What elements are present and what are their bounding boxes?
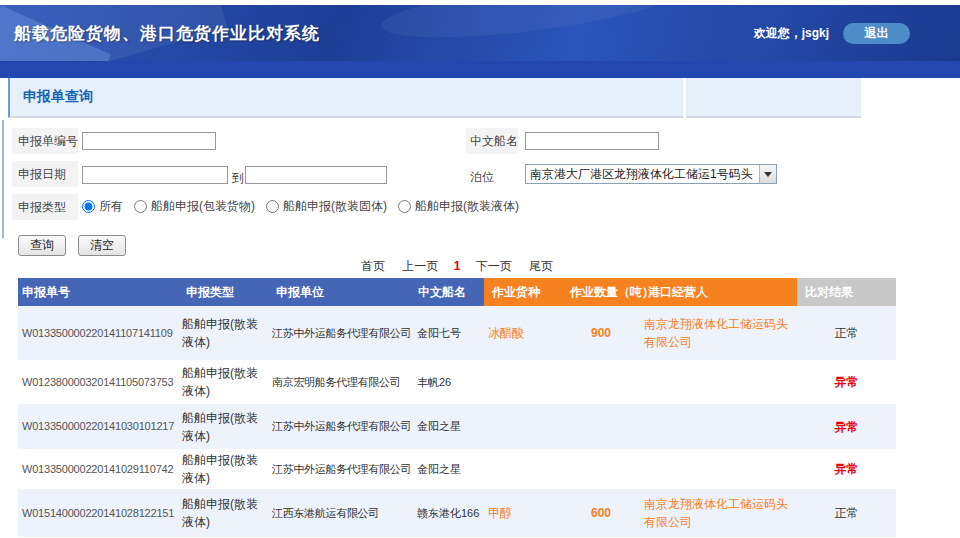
- page: 船载危险货物、港口危货作业比对系统 欢迎您，jsgkj 退出 申报单查询 申报单…: [0, 0, 960, 538]
- declaration-no-label: 申报单编号: [12, 128, 78, 154]
- cell-declare-type: 船舶申报(散装液体): [178, 449, 268, 489]
- cell-result: 异常: [797, 360, 896, 404]
- banner-decoration: [378, 5, 681, 49]
- radio-input[interactable]: [82, 200, 95, 213]
- cell-port-operator: 南京龙翔液体化工储运码头有限公司: [640, 489, 797, 537]
- pagination-next[interactable]: 下一页: [476, 259, 512, 273]
- col-header-result: 比对结果: [797, 278, 896, 306]
- cell-port-operator: [640, 360, 797, 404]
- table-header-row: 申报单号 申报类型 申报单位 中文船名 作业货种 作业数量（吨） 港口经营人 比…: [18, 278, 896, 306]
- cell-declare-type: 船舶申报(散装液体): [178, 306, 268, 360]
- radio-label: 所有: [99, 198, 123, 215]
- declare-type-options: 所有船舶申报(包装货物)船舶申报(散装固体)船舶申报(散装液体): [82, 198, 519, 215]
- tab-declaration-query[interactable]: 申报单查询: [8, 78, 683, 118]
- cell-declaration-no: W015140000220141028122151: [18, 489, 178, 537]
- pagination-prev[interactable]: 上一页: [402, 259, 438, 273]
- col-header-ship-name: 中文船名: [413, 278, 484, 306]
- cell-declare-type: 船舶申报(散装液体): [178, 489, 268, 537]
- logout-button[interactable]: 退出: [843, 23, 910, 44]
- cell-declare-unit: 江苏中外运船务代理有限公司: [268, 449, 413, 489]
- cell-ship-name: 金阳之星: [413, 404, 484, 449]
- cell-cargo-type: [484, 404, 562, 449]
- radio-input[interactable]: [398, 200, 411, 213]
- cell-declare-type: 船舶申报(散装液体): [178, 404, 268, 449]
- cell-declaration-no: W013350000220141107141109: [18, 306, 178, 360]
- date-from-input[interactable]: [82, 166, 228, 184]
- table-row: W013350000220141107141109船舶申报(散装液体)江苏中外运…: [18, 306, 896, 360]
- query-button[interactable]: 查询: [18, 235, 66, 256]
- col-header-declare-unit: 申报单位: [268, 278, 413, 306]
- declare-type-label: 申报类型: [12, 194, 78, 220]
- results-table: 申报单号 申报类型 申报单位 中文船名 作业货种 作业数量（吨） 港口经营人 比…: [18, 278, 896, 537]
- pagination-current-page: 1: [454, 259, 461, 273]
- col-header-declare-type: 申报类型: [178, 278, 268, 306]
- cell-quantity: [562, 449, 640, 489]
- cell-declaration-no: W013350000220141030101217: [18, 404, 178, 449]
- cell-declare-unit: 江西东港航运有限公司: [268, 489, 413, 537]
- date-to-input[interactable]: [245, 166, 387, 184]
- radio-label: 船舶申报(散装固体): [283, 198, 387, 215]
- tab-label: 申报单查询: [10, 88, 93, 106]
- app-header: 船载危险货物、港口危货作业比对系统 欢迎您，jsgkj 退出: [0, 5, 960, 61]
- col-header-declaration-no: 申报单号: [18, 278, 178, 306]
- nav-bar: [0, 61, 960, 78]
- declare-date-label: 申报日期: [12, 161, 78, 187]
- cell-quantity: [562, 404, 640, 449]
- cell-declare-unit: 江苏中外运船务代理有限公司: [268, 404, 413, 449]
- radio-input[interactable]: [134, 200, 147, 213]
- cell-result: 异常: [797, 449, 896, 489]
- cell-ship-name: 金阳之星: [413, 449, 484, 489]
- cell-ship-name: 丰帆26: [413, 360, 484, 404]
- radio-label: 船舶申报(包装货物): [151, 198, 255, 215]
- pagination: 首页 上一页 1 下一页 尾页: [18, 258, 896, 275]
- cell-declare-type: 船舶申报(散装液体): [178, 360, 268, 404]
- declare-type-option-0[interactable]: 所有: [82, 198, 123, 215]
- declaration-no-input[interactable]: [82, 132, 216, 150]
- cell-declaration-no: W012380000320141105073753: [18, 360, 178, 404]
- ship-name-label: 中文船名: [466, 128, 518, 154]
- radio-label: 船舶申报(散装液体): [415, 198, 519, 215]
- app-title: 船载危险货物、港口危货作业比对系统: [0, 22, 320, 45]
- cell-declare-unit: 江苏中外运船务代理有限公司: [268, 306, 413, 360]
- cell-cargo-type: [484, 449, 562, 489]
- cell-result: 正常: [797, 306, 896, 360]
- col-header-quantity: 作业数量（吨）: [562, 278, 640, 306]
- berth-label: 泊位: [470, 169, 494, 186]
- date-to-separator: 到: [232, 170, 244, 187]
- cell-result: 正常: [797, 489, 896, 537]
- table-row: W015140000220141028122151船舶申报(散装液体)江西东港航…: [18, 489, 896, 537]
- declare-type-option-3[interactable]: 船舶申报(散装液体): [398, 198, 519, 215]
- cell-declare-unit: 南京宏明船务代理有限公司: [268, 360, 413, 404]
- tab-band-secondary: [686, 78, 861, 118]
- pagination-first[interactable]: 首页: [361, 259, 385, 273]
- content-left-border: [2, 120, 4, 238]
- table-row: W013350000220141030101217船舶申报(散装液体)江苏中外运…: [18, 404, 896, 449]
- declare-type-option-2[interactable]: 船舶申报(散装固体): [266, 198, 387, 215]
- clear-button[interactable]: 清空: [78, 235, 126, 256]
- cell-ship-name: 赣东港化166: [413, 489, 484, 537]
- chevron-down-icon[interactable]: [759, 165, 776, 183]
- cell-cargo-type: 甲醇: [484, 489, 562, 537]
- pagination-last[interactable]: 尾页: [529, 259, 553, 273]
- radio-input[interactable]: [266, 200, 279, 213]
- cell-result: 异常: [797, 404, 896, 449]
- cell-declaration-no: W013350000220141029110742: [18, 449, 178, 489]
- cell-cargo-type: [484, 360, 562, 404]
- results-table-body: W013350000220141107141109船舶申报(散装液体)江苏中外运…: [18, 306, 896, 537]
- berth-selected-value: 南京港大厂港区龙翔液体化工储运1号码头: [526, 166, 759, 183]
- cell-port-operator: [640, 404, 797, 449]
- table-row: W012380000320141105073753船舶申报(散装液体)南京宏明船…: [18, 360, 896, 404]
- ship-name-input[interactable]: [525, 132, 659, 150]
- col-header-cargo-type: 作业货种: [484, 278, 562, 306]
- cell-cargo-type: 冰醋酸: [484, 306, 562, 360]
- welcome-text: 欢迎您，jsgkj: [754, 25, 829, 42]
- col-header-port-operator: 港口经营人: [640, 278, 797, 306]
- cell-quantity: [562, 360, 640, 404]
- cell-quantity: 900: [562, 306, 640, 360]
- cell-port-operator: 南京龙翔液体化工储运码头有限公司: [640, 306, 797, 360]
- declare-type-option-1[interactable]: 船舶申报(包装货物): [134, 198, 255, 215]
- cell-quantity: 600: [562, 489, 640, 537]
- header-user-area: 欢迎您，jsgkj 退出: [754, 5, 910, 61]
- cell-port-operator: [640, 449, 797, 489]
- berth-select[interactable]: 南京港大厂港区龙翔液体化工储运1号码头: [525, 164, 777, 184]
